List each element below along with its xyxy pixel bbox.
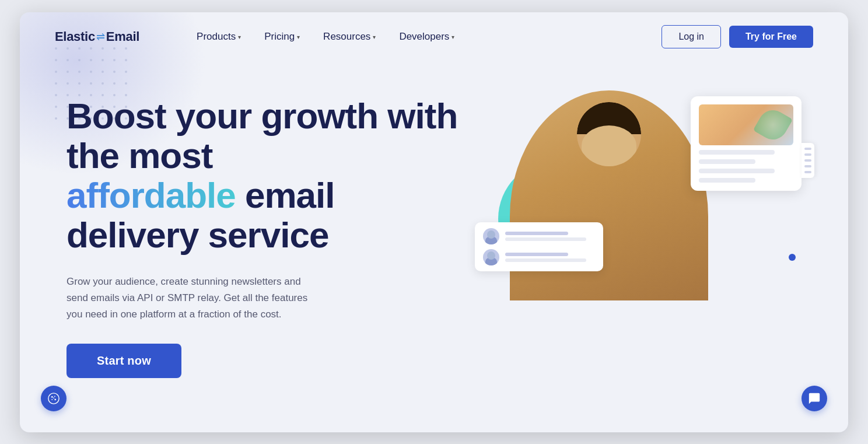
contact-avatar [483,228,499,244]
ui-email-card [691,96,802,191]
person-head [577,102,641,166]
navbar: Elastic ⇌ Email Products ▾ Pricing ▾ Res… [20,12,848,61]
contact-row [483,249,595,265]
toolbar-item [804,171,811,173]
chevron-down-icon: ▾ [452,34,454,40]
logo-text-end: Email [106,29,139,44]
contact-avatar [483,249,499,265]
editor-toolbar [802,143,814,178]
nav-item-products[interactable]: Products ▾ [186,26,251,47]
contacts-card [475,222,603,271]
toolbar-item [804,165,811,167]
chevron-down-icon: ▾ [373,34,376,40]
card-text-line [699,169,775,173]
card-image [699,104,793,145]
card-text-line [699,178,755,183]
logo[interactable]: Elastic ⇌ Email [55,29,139,44]
logo-text-start: Elastic [55,29,95,44]
hero-illustration [463,79,802,300]
contact-info [505,232,595,241]
svg-point-3 [54,398,56,400]
contact-name-line [505,232,568,235]
nav-links: Products ▾ Pricing ▾ Resources ▾ Develop… [186,26,662,47]
svg-point-2 [54,396,55,397]
cookie-settings-button[interactable] [41,386,66,411]
contact-name-line [505,253,568,256]
card-text-line [699,159,755,164]
contact-row [483,228,595,244]
svg-point-5 [53,397,54,398]
nav-actions: Log in Try for Free [662,25,813,48]
toolbar-item [804,153,811,156]
start-now-button[interactable]: Start now [66,344,181,378]
hero-left: Boost your growth with the most affordab… [66,85,463,379]
nav-item-resources[interactable]: Resources ▾ [313,26,386,47]
toolbar-item [804,159,811,162]
chevron-down-icon: ▾ [297,34,300,40]
card-image-leaf [753,104,793,144]
chat-button[interactable] [802,386,827,411]
svg-point-1 [51,396,53,397]
chevron-down-icon: ▾ [238,34,241,40]
nav-item-developers[interactable]: Developers ▾ [388,26,465,47]
toolbar-item [804,148,811,150]
nav-item-pricing[interactable]: Pricing ▾ [254,26,310,47]
cookie-icon [47,392,60,405]
card-text-line [699,150,775,155]
svg-point-4 [51,398,52,400]
hero-description: Grow your audience, create stunning news… [66,274,312,323]
hero-section: Boost your growth with the most affordab… [20,61,848,379]
main-window: Elastic ⇌ Email Products ▾ Pricing ▾ Res… [20,12,848,432]
hero-title: Boost your growth with the most affordab… [66,96,463,256]
hero-gradient-word: affordable [66,175,236,215]
contact-info [505,253,595,262]
blue-dot-decoration [789,254,796,261]
contact-email-line [505,258,586,262]
person-face [582,125,636,166]
logo-icon: ⇌ [96,30,105,43]
try-free-button[interactable]: Try for Free [729,26,813,48]
chat-icon [808,392,821,405]
login-button[interactable]: Log in [662,25,721,48]
contact-email-line [505,237,586,241]
